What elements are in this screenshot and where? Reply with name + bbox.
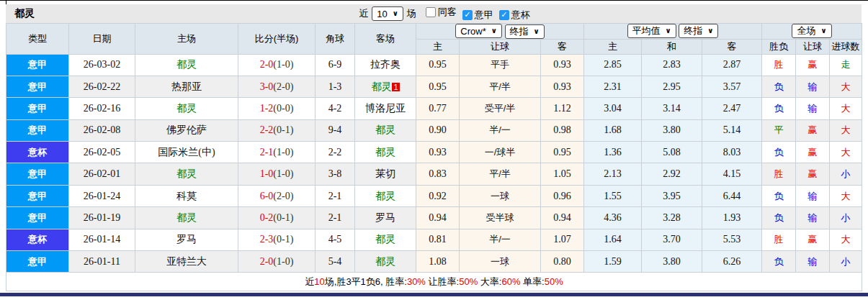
avg-away: 8.03 [702, 142, 762, 163]
avg-home: 1.59 [584, 251, 642, 273]
home-team[interactable]: 罗马 [135, 229, 238, 250]
odds-home: 0.92 [416, 185, 460, 206]
odds-home: 0.83 [416, 163, 460, 185]
result-goals: 小 [830, 163, 862, 185]
table-row: 意甲26-01-24科莫6-0(2-0)2-1都灵0.92一球0.961.553… [6, 185, 862, 206]
filter-checkbox-0[interactable]: 同客 [426, 6, 457, 19]
avg-draw: 3.80 [642, 251, 702, 273]
avg-home: 1.55 [584, 185, 642, 206]
corners-cell: 2-2 [316, 142, 355, 163]
away-team[interactable]: 博洛尼亚 [355, 98, 416, 119]
away-team[interactable]: 都灵 [355, 119, 416, 141]
away-team[interactable]: 都灵 [355, 251, 416, 273]
away-team[interactable]: 都灵 [355, 229, 416, 250]
bottom-bar [0, 293, 868, 296]
result-group-header: 全场 ∨ [762, 24, 862, 40]
result-goals: 大 [830, 185, 862, 206]
column-header-type: 类型 [6, 24, 69, 55]
avg-home: 2.85 [584, 54, 642, 76]
result-goals: 大 [830, 76, 862, 97]
away-team[interactable]: 莱切 [355, 163, 416, 185]
table-row: 意甲26-02-01都灵1-0(1-0)3-8莱切0.83平/半1.052.13… [6, 163, 862, 185]
home-team[interactable]: 佛罗伦萨 [135, 119, 238, 141]
home-team[interactable]: 热那亚 [135, 76, 238, 97]
score-cell: 2-1(1-0) [238, 142, 316, 163]
result-wdl: 负 [762, 98, 796, 119]
home-team[interactable]: 都灵 [135, 207, 238, 229]
filter-checkbox-2[interactable]: ✓意杯 [499, 9, 530, 22]
avg-draw: 2.92 [642, 163, 702, 185]
avg-home: 1.64 [584, 229, 642, 250]
card-badge: 1 [392, 83, 399, 91]
handicap-line: 一球 [460, 251, 541, 273]
odds-stage-select[interactable]: 终指 ∨ [505, 24, 545, 39]
column-header-score: 比分(半场) [238, 24, 316, 55]
result-handicap: 输 [796, 251, 830, 273]
handicap-line: 半/一 [460, 229, 541, 250]
table-row: 意杯26-02-05国际米兰(中)2-1(1-0)2-2都灵0.93一/球半0.… [6, 142, 862, 163]
odds-away: 0.93 [541, 76, 584, 97]
column-header-goals: 进球数 [830, 39, 862, 54]
type-badge: 意甲 [6, 185, 69, 206]
avg-draw: 3.14 [642, 98, 702, 119]
date-cell: 26-02-08 [69, 119, 135, 141]
type-badge: 意甲 [6, 207, 69, 229]
result-wdl: 负 [762, 185, 796, 206]
home-team[interactable]: 科莫 [135, 185, 238, 206]
result-wdl: 平 [762, 119, 796, 141]
recent-count-select[interactable]: 10 ∨ [372, 6, 403, 21]
bookmaker-select[interactable]: Crow* ∨ [455, 24, 502, 38]
away-team[interactable]: 都灵 [355, 142, 416, 163]
odds-away: 0.93 [541, 54, 584, 76]
avg-draw: 2.95 [642, 76, 702, 97]
score-cell: 1-2(0-0) [238, 98, 316, 119]
type-badge: 意杯 [6, 229, 69, 250]
odds-home: 0.90 [416, 119, 460, 141]
away-team[interactable]: 拉齐奥 [355, 54, 416, 76]
type-badge: 意甲 [6, 54, 69, 76]
column-header-avg-home: 主 [584, 39, 642, 54]
result-goals: 小 [830, 251, 862, 273]
away-team[interactable]: 都灵1 [355, 76, 416, 97]
content: 都灵 近 10 ∨ 场 同客✓意甲✓意杯 类型 [6, 4, 862, 291]
toolbar: 都灵 近 10 ∨ 场 同客✓意甲✓意杯 [6, 4, 862, 23]
odds-away: 0.95 [541, 142, 584, 163]
odds-away: 0.94 [541, 207, 584, 229]
column-header-avg-away: 客 [702, 39, 762, 54]
away-team[interactable]: 都灵 [355, 185, 416, 206]
avg-away: 3.57 [702, 76, 762, 97]
avg-draw: 3.28 [642, 207, 702, 229]
handicap-line: 平手 [460, 54, 541, 76]
home-team[interactable]: 亚特兰大 [135, 251, 238, 273]
score-cell: 2-2(0-1) [238, 119, 316, 141]
result-wdl: 负 [762, 142, 796, 163]
table-row: 意甲26-02-08佛罗伦萨2-2(0-1)9-4都灵0.90半/一0.981.… [6, 119, 862, 141]
filter-checkbox-1[interactable]: ✓意甲 [462, 9, 493, 22]
home-team[interactable]: 都灵 [135, 98, 238, 119]
checkbox-icon: ✓ [499, 10, 509, 20]
recent-label: 近 [359, 7, 368, 20]
home-team[interactable]: 都灵 [135, 54, 238, 76]
score-cell: 2-0(1-0) [238, 251, 316, 273]
avg-stage-select[interactable]: 终指 ∨ [679, 24, 718, 38]
avg-draw: 3.80 [642, 119, 702, 141]
avg-away: 6.44 [702, 185, 762, 206]
away-team[interactable]: 罗马 [355, 207, 416, 229]
average-select[interactable]: 平均值 ∨ [627, 24, 676, 38]
avg-draw: 5.08 [642, 142, 702, 163]
score-cell: 6-0(2-0) [238, 185, 316, 206]
score-cell: 2-3(0-1) [238, 229, 316, 250]
avg-away: 1.93 [702, 207, 762, 229]
corners-cell: 4-2 [316, 98, 355, 119]
result-goals: 大 [830, 119, 862, 141]
odds-away: 1.07 [541, 229, 584, 250]
scope-select[interactable]: 全场 ∨ [792, 24, 831, 38]
home-team[interactable]: 都灵 [135, 163, 238, 185]
odds-away: 0.96 [541, 185, 584, 206]
filter-checkboxes: 同客✓意甲✓意杯 [420, 6, 530, 22]
handicap-line: 半/一 [460, 119, 541, 141]
corners-cell: 9-4 [316, 119, 355, 141]
date-cell: 26-02-01 [69, 163, 135, 185]
corners-cell: 6-9 [316, 54, 355, 76]
home-team[interactable]: 国际米兰(中) [135, 142, 238, 163]
